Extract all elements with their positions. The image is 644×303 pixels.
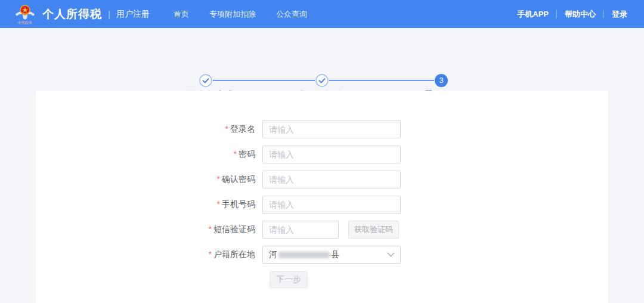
region-label: *户籍所在地 (36, 249, 262, 260)
step-connector (329, 80, 434, 81)
nav-item-public-inquiry[interactable]: 公众查询 (276, 9, 307, 20)
step-2-done-circle (315, 74, 329, 87)
required-marker: * (217, 174, 220, 184)
required-marker: * (217, 199, 220, 209)
sms-code-input[interactable] (262, 221, 339, 239)
sms-code-row: *短信验证码 获取验证码 (36, 221, 608, 239)
title-divider: | (108, 9, 110, 19)
region-value-suffix: 县 (331, 249, 339, 260)
required-marker: * (209, 224, 212, 234)
divider (556, 10, 557, 18)
registration-form-card: *登录名 *密码 *确认密码 *手机号码 *短信验证码 (36, 91, 608, 303)
password-input[interactable] (262, 146, 401, 163)
main-nav: 首页 专项附加扣除 公众查询 (174, 9, 307, 20)
check-icon (199, 74, 212, 87)
chevron-down-icon (387, 252, 395, 257)
check-icon (315, 74, 329, 87)
step-1-done-circle (199, 74, 212, 87)
login-name-label: *登录名 (36, 124, 262, 135)
tax-bureau-logo: 中国税务 (13, 5, 37, 25)
password-row: *密码 (36, 146, 608, 163)
mobile-number-row: *手机号码 (36, 196, 608, 214)
set-login-info-form: *登录名 *密码 *确认密码 *手机号码 *短信验证码 (36, 91, 608, 288)
required-marker: * (234, 149, 237, 159)
app-title: 个人所得税 (42, 7, 102, 22)
get-sms-code-button[interactable]: 获取验证码 (348, 221, 399, 239)
link-help-center[interactable]: 帮助中心 (565, 9, 596, 20)
region-select[interactable]: 河县 (262, 246, 401, 264)
mobile-number-label: *手机号码 (36, 199, 262, 210)
top-navbar: 中国税务 个人所得税 | 用户注册 首页 专项附加扣除 公众查询 手机APP 帮… (0, 0, 644, 28)
redacted-region-text (278, 252, 330, 258)
confirm-password-input[interactable] (262, 171, 401, 188)
confirm-password-label: *确认密码 (36, 174, 262, 185)
required-marker: * (209, 249, 212, 259)
nav-item-home[interactable]: 首页 (174, 9, 189, 20)
region-value-prefix: 河 (269, 249, 277, 260)
password-label: *密码 (36, 149, 262, 160)
login-name-input[interactable] (262, 120, 401, 138)
link-login[interactable]: 登录 (612, 9, 627, 20)
nav-item-special-deduction[interactable]: 专项附加扣除 (209, 9, 256, 20)
submit-row: 下一步 (36, 271, 608, 288)
login-name-row: *登录名 (36, 120, 608, 138)
step-3-active-circle: 3 (435, 74, 448, 87)
region-row: *户籍所在地 河县 (36, 246, 608, 264)
next-step-button[interactable]: 下一步 (270, 271, 308, 288)
step-connector (213, 80, 315, 81)
registration-stepper: 3 选择认证方式 进行身份认证 设置登录信息 (0, 28, 644, 91)
national-emblem-icon (15, 5, 35, 20)
page-subtitle: 用户注册 (116, 9, 150, 20)
logo-caption: 中国税务 (17, 20, 32, 24)
required-marker: * (225, 124, 228, 134)
mobile-number-input[interactable] (262, 196, 401, 214)
confirm-password-row: *确认密码 (36, 171, 608, 188)
divider (603, 10, 604, 18)
sms-code-label: *短信验证码 (36, 224, 262, 235)
link-mobile-app[interactable]: 手机APP (517, 9, 549, 20)
header-links: 手机APP 帮助中心 登录 (517, 9, 627, 20)
